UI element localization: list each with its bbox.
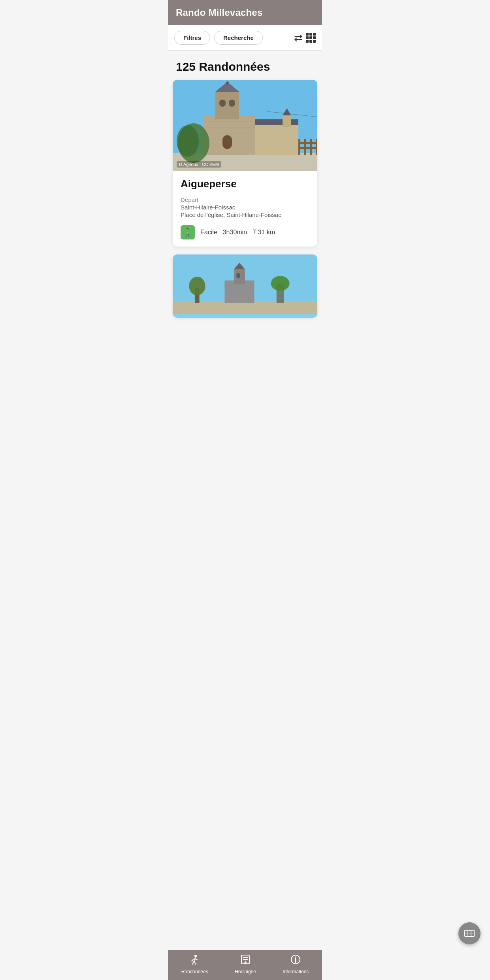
image-caption: D.Agnoux - CC VEM (177, 161, 221, 168)
card-title-1: Aigueperse (181, 178, 309, 190)
hiker-icon: 🚶 (183, 228, 193, 236)
depart-address: Place de l'église, Saint-Hilaire-Foissac (181, 211, 309, 218)
trail-card-2[interactable] (173, 254, 317, 318)
svg-rect-14 (222, 135, 232, 149)
app-title: Rando Millevaches (176, 7, 262, 18)
grid-view-icon[interactable] (306, 33, 316, 43)
trail-card-1[interactable]: D.Agnoux - CC VEM Aigueperse Départ Sain… (173, 80, 317, 247)
svg-point-35 (271, 276, 290, 291)
app-header: Rando Millevaches (168, 0, 322, 25)
depart-label: Départ (181, 196, 309, 203)
svg-rect-26 (298, 147, 317, 149)
svg-rect-33 (236, 273, 240, 278)
card-image-1: D.Agnoux - CC VEM (173, 80, 317, 171)
filtres-button[interactable]: Filtres (174, 31, 210, 45)
card-2-image (173, 254, 317, 318)
toolbar: Filtres Recherche ⇄ (168, 25, 322, 51)
svg-rect-15 (255, 125, 298, 155)
transfer-icon[interactable]: ⇄ (294, 32, 302, 44)
svg-rect-25 (298, 142, 317, 144)
svg-rect-8 (215, 92, 239, 119)
svg-point-20 (177, 125, 199, 157)
results-count: 125 Randonnées (168, 51, 322, 80)
depart-name: Saint-Hilaire-Foissac (181, 204, 309, 211)
content-area: 125 Randonnées (168, 51, 322, 357)
distance-text: 7.31 km (253, 229, 275, 236)
recherche-button[interactable]: Recherche (214, 31, 263, 45)
svg-rect-17 (283, 115, 291, 127)
svg-rect-13 (229, 100, 235, 107)
difficulty-badge: 🚶 (181, 225, 195, 239)
duration-text: 3h30min (223, 229, 247, 236)
difficulty-text: Facile (200, 229, 217, 236)
svg-point-37 (189, 277, 205, 295)
svg-rect-12 (219, 100, 226, 107)
svg-marker-16 (255, 119, 298, 125)
svg-rect-29 (173, 301, 317, 314)
card-body-1: Aigueperse Départ Saint-Hilaire-Foissac … (173, 171, 317, 247)
card-meta: 🚶 Facile 3h30min 7.31 km (181, 225, 309, 239)
